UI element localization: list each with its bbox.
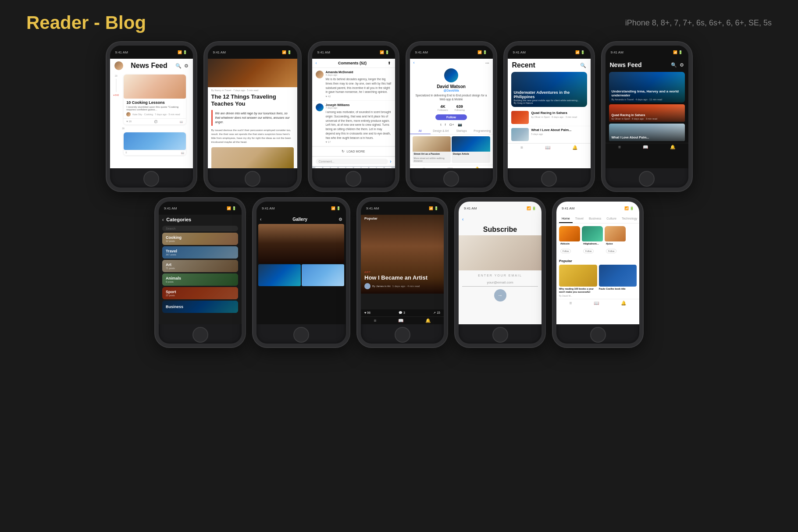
key-w[interactable]: W (323, 167, 330, 168)
cat-sport[interactable]: Sport 25 posts (162, 287, 238, 299)
dark-card-1[interactable]: Understanding Irma, Harvey and a world u… (609, 72, 685, 103)
google-icon[interactable]: G+ (449, 123, 454, 127)
recent-card-3[interactable]: What I Love About Palm... 5 days ago (508, 126, 591, 143)
gallery-back-btn[interactable]: ‹ (260, 217, 261, 222)
book-card-2[interactable]: Paulo Coelho book title (599, 265, 637, 297)
recent-hero[interactable]: Underwater Adventures in the Philippines… (511, 72, 587, 107)
home-button-1[interactable] (143, 171, 159, 187)
gallery-img-1[interactable] (258, 264, 301, 286)
subscribe-back-btn[interactable]: ‹ (459, 215, 542, 224)
profile-back-btn[interactable]: ‹ (413, 60, 415, 65)
tab-travel[interactable]: Travel (573, 215, 586, 223)
book-nav[interactable]: 📖 (447, 167, 452, 168)
recent-card-2[interactable]: Quad Racing in Sahara by Oliver in Sport… (508, 109, 591, 126)
key-t[interactable]: T (346, 167, 353, 168)
recent-search-icon[interactable]: 🔍 (580, 63, 586, 68)
back-btn[interactable]: ‹ (316, 61, 317, 65)
dark-card-3[interactable]: What I Love About Palm... (609, 124, 685, 141)
feed-card-1[interactable]: 10 Cooking Lessons I recently stumbled u… (124, 74, 185, 124)
subscribe-submit-btn[interactable]: → (494, 289, 506, 301)
popular-comments[interactable]: 💬 3 (399, 311, 405, 315)
category-search[interactable]: Search (162, 226, 238, 231)
key-p[interactable]: P (385, 167, 392, 168)
home-nav-11[interactable]: ≡ (570, 301, 572, 305)
home-button-8[interactable] (293, 327, 309, 343)
instagram-icon[interactable]: 📷 (458, 123, 462, 127)
tag-juice-follow[interactable]: Follow (606, 249, 616, 253)
home-nav-5[interactable]: ≡ (520, 145, 523, 150)
cat-business[interactable]: Business (162, 301, 238, 313)
key-u[interactable]: U (361, 167, 368, 168)
grid-card-1[interactable]: Street Art as a Passion More street art … (413, 136, 451, 163)
tag-digital[interactable]: #digitalnom... Follow (582, 226, 603, 255)
send-icon[interactable]: › (390, 159, 391, 164)
home-button-2[interactable] (245, 171, 260, 187)
settings-icon[interactable]: ⚙ (184, 63, 189, 69)
home-nav-9[interactable]: ≡ (374, 318, 377, 323)
feed-card-2[interactable]: ≡ 📖 (124, 132, 185, 155)
tab-programming[interactable]: Programming (472, 128, 492, 134)
dark-search-icon[interactable]: 🔍 (671, 62, 677, 68)
bell-nav-9[interactable]: 🔔 (425, 318, 431, 323)
load-more-btn[interactable]: ↻ LOAD MORE (312, 146, 395, 156)
grid-card-2[interactable]: Design Article (452, 136, 490, 163)
tab-business[interactable]: Business (586, 215, 604, 223)
book-nav-9[interactable]: 📖 (398, 318, 403, 323)
home-button-3[interactable] (346, 171, 361, 187)
dark-card-2[interactable]: Quad Racing in Sahara by Oliver in Sport… (609, 104, 685, 122)
tag-juice[interactable]: #juice Follow (605, 226, 626, 255)
home-nav[interactable]: ≡ (423, 167, 425, 168)
key-r[interactable]: R (338, 167, 346, 168)
key-q[interactable]: Q (315, 167, 322, 168)
dark-settings-icon[interactable]: ⚙ (680, 62, 684, 68)
bell-nav-6[interactable]: 🔔 (670, 145, 675, 149)
home-nav-6[interactable]: ≡ (618, 145, 621, 149)
home-button-4[interactable] (443, 171, 459, 187)
gallery-img-2[interactable] (302, 264, 344, 286)
key-e[interactable]: E (331, 167, 338, 168)
cat-travel[interactable]: Travel 367 posts (162, 246, 238, 259)
tag-bitcoin-follow[interactable]: Follow (560, 249, 571, 253)
book-card-1[interactable]: Why reading 100 books a year won't make … (559, 265, 597, 297)
home-button-11[interactable] (590, 327, 606, 343)
tab-technology[interactable]: Technology (619, 215, 639, 223)
header-icons[interactable]: 🔍 ⚙ (175, 63, 189, 69)
home-button-5[interactable] (541, 171, 557, 187)
share-icon[interactable]: ⬆ (388, 61, 391, 65)
cat-back-btn[interactable]: ‹ (162, 217, 164, 222)
book-nav-5[interactable]: 📖 (545, 145, 550, 150)
home-button-6[interactable] (639, 171, 655, 187)
book-nav-11[interactable]: 📖 (594, 301, 599, 305)
home-button-10[interactable] (492, 327, 508, 343)
tab-culture[interactable]: Culture (604, 215, 619, 223)
home-button-7[interactable] (192, 327, 208, 343)
gallery-options[interactable]: ⚙ (338, 217, 342, 222)
comment-input[interactable]: Comment... (316, 159, 388, 164)
cat-animals[interactable]: Animals 9 posts (162, 273, 238, 286)
dark-header-icons[interactable]: 🔍 ⚙ (671, 62, 684, 68)
tag-bitcoin[interactable]: #bitcoin Follow (559, 226, 580, 255)
popular-label: Popular (364, 216, 378, 220)
tab-startups[interactable]: Startups (451, 128, 472, 134)
key-i[interactable]: I (369, 167, 376, 168)
tag-digital-follow[interactable]: Follow (583, 249, 594, 253)
follow-button[interactable]: Follow (435, 114, 467, 120)
tab-design[interactable]: Design & Art (431, 128, 451, 134)
cat-cooking[interactable]: Cooking 12 posts (162, 233, 238, 245)
home-button-9[interactable] (395, 327, 410, 343)
key-o[interactable]: O (377, 167, 384, 168)
search-icon[interactable]: 🔍 (175, 63, 182, 69)
cat-art[interactable]: Art 71 posts (162, 260, 238, 272)
key-y[interactable]: Y (354, 167, 361, 168)
bell-nav[interactable]: 🔔 (474, 167, 480, 168)
book-nav-6[interactable]: 📖 (643, 145, 648, 149)
popular-likes[interactable]: ♥ 98 (364, 311, 370, 315)
popular-shares[interactable]: ↗ 15 (433, 311, 440, 315)
bell-nav-11[interactable]: 🔔 (621, 301, 626, 305)
facebook-icon[interactable]: f (445, 123, 446, 127)
twitter-icon[interactable]: t (440, 123, 441, 127)
bell-nav-5[interactable]: 🔔 (572, 145, 577, 150)
tab-home[interactable]: Home (559, 215, 573, 223)
tab-all[interactable]: All (410, 128, 431, 134)
email-input[interactable]: your@email.com (462, 279, 538, 287)
